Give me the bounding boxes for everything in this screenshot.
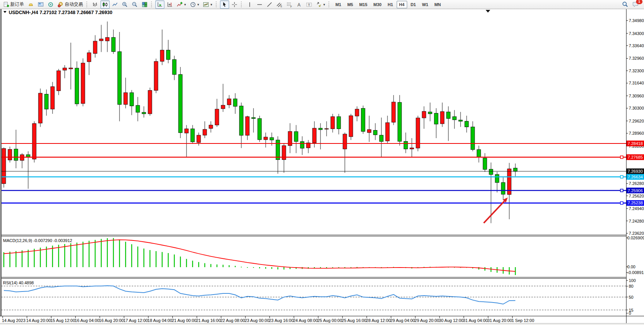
hline-handle[interactable]: [620, 189, 623, 192]
price-tick-label: 7.34980: [629, 18, 644, 23]
bar-chart-button[interactable]: [91, 0, 100, 9]
macd-histogram-bar: [210, 264, 211, 267]
candle-body-up: [264, 137, 268, 140]
new-order-label: 新订单: [10, 1, 24, 8]
time-tick-label: 15 Aug 12:00: [51, 318, 75, 323]
channel-tool-button[interactable]: E: [275, 0, 284, 9]
timeframe-h1-button[interactable]: H1: [385, 1, 396, 8]
price-tick-label: 7.29620: [629, 119, 644, 123]
chart-canvas[interactable]: USDCNH-,H47.27102 7.27348 7.26667 7.2693…: [0, 9, 644, 325]
candle-body-up: [349, 116, 353, 137]
candle-body-up: [197, 135, 201, 142]
terminal-button[interactable]: [36, 0, 45, 9]
signals-button[interactable]: [46, 0, 55, 9]
timeframe-m5-button[interactable]: M5: [344, 1, 355, 8]
crosshair-icon: [231, 2, 238, 8]
arrows-tool-button[interactable]: ▾: [314, 0, 327, 9]
search-button[interactable]: [620, 0, 630, 9]
timeframe-m1-button[interactable]: M1: [333, 1, 344, 8]
line-chart-button[interactable]: [110, 0, 120, 9]
autotrading-button[interactable]: 自动交易: [56, 0, 84, 9]
chat-button[interactable]: 1: [631, 0, 641, 9]
candle-body-up: [93, 41, 97, 54]
trendline-tool-button[interactable]: [265, 0, 274, 9]
vertical-line-tool-button[interactable]: [245, 0, 254, 9]
macd-histogram-bar: [125, 242, 126, 267]
macd-histogram-bar: [357, 267, 357, 268]
svg-text:F: F: [290, 5, 292, 8]
timeframe-m30-button[interactable]: M30: [371, 1, 384, 8]
macd-histogram-bar: [77, 243, 77, 268]
macd-histogram-bar: [186, 259, 187, 267]
candle-body-down: [404, 141, 408, 149]
autotrading-icon: [57, 2, 64, 8]
rsi-tick-label: 0: [629, 311, 631, 315]
trendline-icon: [266, 2, 273, 8]
candlestick-chart-button[interactable]: [100, 0, 110, 9]
zoom-out-button[interactable]: [130, 0, 139, 9]
zoom-in-icon: [122, 2, 128, 8]
candle-body-up: [185, 129, 188, 133]
price-tick-label: 7.31640: [629, 81, 644, 85]
cursor-tool-button[interactable]: [220, 0, 229, 9]
timeframe-w1-button[interactable]: W1: [419, 1, 431, 8]
timeframe-d1-button[interactable]: D1: [408, 1, 419, 8]
text-tool-button[interactable]: A: [295, 0, 304, 9]
candle-body-down: [483, 158, 487, 169]
periods-button[interactable]: ▾: [188, 0, 201, 9]
new-order-button[interactable]: 新订单: [2, 0, 26, 9]
templates-button[interactable]: ▾: [201, 0, 214, 9]
price-tick-label: 7.26280: [629, 181, 644, 186]
auto-scroll-button[interactable]: [155, 0, 164, 9]
chart-shift-icon: [167, 2, 173, 8]
candle-body-up: [410, 148, 414, 149]
macd-histogram-bar: [253, 267, 254, 268]
macd-histogram-bar: [156, 251, 156, 267]
hline-handle[interactable]: [620, 156, 623, 159]
candle-body-up: [355, 109, 359, 116]
text-label-tool-button[interactable]: T: [304, 0, 314, 9]
time-tick-label: 21 Aug 00:00: [172, 318, 196, 323]
macd-histogram-bar: [10, 252, 10, 267]
crosshair-tool-button[interactable]: [230, 0, 239, 9]
price-tick-label: 7.30960: [629, 94, 644, 98]
candle-body-up: [367, 129, 371, 132]
macd-histogram-bar: [223, 265, 223, 267]
hline-handle[interactable]: [620, 175, 623, 178]
horizontal-line-tool-button[interactable]: [255, 0, 264, 9]
candle-body-down: [166, 50, 170, 60]
tile-windows-icon: [142, 2, 148, 8]
candle-body-down: [130, 92, 134, 106]
chevron-down-icon: ▾: [210, 3, 212, 6]
market-watch-button[interactable]: [26, 0, 35, 9]
time-tick-label: 1 Sep 12:00: [512, 318, 534, 323]
candle-body-up: [2, 148, 6, 184]
timeframe-h4-button[interactable]: H4: [397, 1, 407, 8]
macd-histogram-bar: [58, 245, 59, 267]
fibonacci-tool-button[interactable]: F: [285, 0, 294, 9]
candle-body-down: [428, 112, 432, 114]
hline-handle[interactable]: [620, 202, 623, 204]
signals-icon: [48, 2, 54, 8]
price-tick-label: 7.30300: [629, 106, 644, 110]
timeframe-mn-button[interactable]: MN: [432, 1, 443, 8]
symbol-period-label: USDCNH-,H4: [9, 10, 38, 15]
tile-windows-button[interactable]: [140, 0, 149, 9]
chart-shift-button[interactable]: [165, 0, 174, 9]
price-tick-label: 7.33640: [629, 43, 644, 48]
macd-histogram-bar: [46, 247, 47, 267]
zoom-in-button[interactable]: [120, 0, 129, 9]
candle-body-up: [148, 91, 152, 114]
toolbar-separator: [216, 2, 218, 7]
macd-histogram-bar: [271, 267, 272, 269]
macd-histogram-bar: [3, 252, 4, 267]
macd-histogram-bar: [119, 240, 120, 268]
ohlc-values-label: 7.27102 7.27348 7.26667 7.26930: [40, 10, 112, 15]
candle-body-up: [124, 92, 128, 104]
timeframe-m15-button[interactable]: M15: [357, 1, 370, 8]
candle-body-down: [239, 106, 243, 135]
macd-histogram-bar: [277, 267, 278, 269]
indicators-button[interactable]: ▾: [175, 0, 188, 9]
price-line-label: 7.25906: [628, 188, 643, 193]
macd-histogram-bar: [351, 267, 351, 268]
